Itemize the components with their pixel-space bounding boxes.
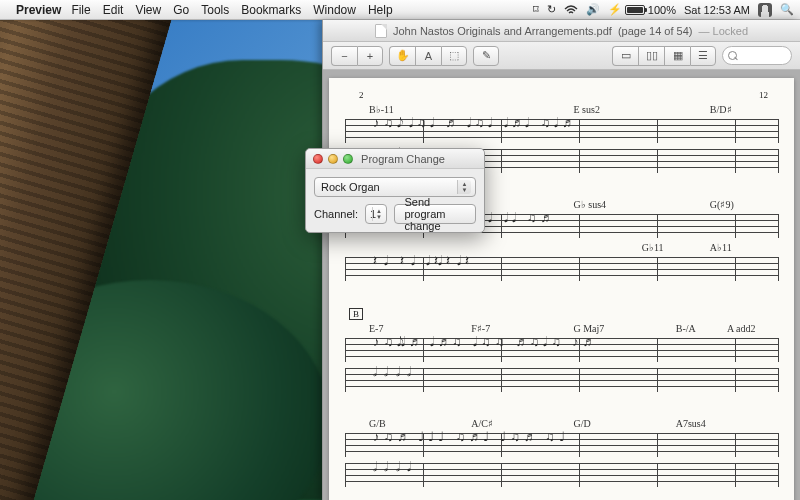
toolbar: − + ✋ A ⬚ ✎ ▭ ▯▯ ▦ ☰ xyxy=(323,42,800,70)
rect-select-button[interactable]: ⬚ xyxy=(441,46,467,66)
search-input[interactable] xyxy=(722,46,792,65)
zoom-in-button[interactable]: + xyxy=(357,46,383,66)
battery-pct: 100% xyxy=(648,4,676,16)
window-titlebar[interactable]: John Nastos Originals and Arrangements.p… xyxy=(323,20,800,42)
sync-icon[interactable]: ↻ xyxy=(547,3,556,16)
chord-row: G♭11A♭11 xyxy=(369,242,778,253)
pdf-page: 2 12 B♭-11E sus2B/D♯♪♫𝅘𝅥𝅮 ♩♫♩ ♬ ♩♫♩ ♩♬♩ … xyxy=(329,78,794,500)
menubar: Preview File Edit View Go Tools Bookmark… xyxy=(0,0,800,20)
chevron-updown-icon: ▲▼ xyxy=(457,180,471,194)
menu-edit[interactable]: Edit xyxy=(103,3,124,17)
volume-icon[interactable]: 🔊 xyxy=(586,3,600,16)
view-single-button[interactable]: ▭ xyxy=(612,46,638,66)
bass-staff: 𝅗𝅥 𝅗𝅥 𝅗𝅥 𝅗𝅥 xyxy=(345,366,778,392)
treble-staff: ♪♫𝅘𝅥𝅮 ♩♫♩ ♬ ♩♫♩ ♩♬♩ ♫♩♬ xyxy=(345,117,778,143)
grand-staff-system: G/BA/C♯G/DA7sus4♪♫♬ ♩♩♩ ♫♬♩ ♩♫♬ ♫♩𝅗𝅥 𝅗𝅥 … xyxy=(345,418,778,487)
menu-help[interactable]: Help xyxy=(368,3,393,17)
spotlight-icon[interactable]: 🔍 xyxy=(780,3,794,16)
user-avatar[interactable] xyxy=(758,3,772,17)
channel-stepper[interactable]: 1 ▲▼ xyxy=(365,204,387,224)
menu-view[interactable]: View xyxy=(135,3,161,17)
preview-window: John Nastos Originals and Arrangements.p… xyxy=(322,20,800,500)
instrument-value: Rock Organ xyxy=(321,181,380,193)
chord-row: G/BA/C♯G/DA7sus4 xyxy=(369,418,778,429)
page-counter: (page 14 of 54) xyxy=(618,25,693,37)
chevron-updown-icon: ▲▼ xyxy=(372,207,384,221)
pdf-icon xyxy=(375,24,387,38)
document-title: John Nastos Originals and Arrangements.p… xyxy=(393,25,612,37)
send-button-label: Send program change xyxy=(404,196,466,232)
wifi-icon[interactable] xyxy=(564,5,578,15)
menu-bookmarks[interactable]: Bookmarks xyxy=(241,3,301,17)
bar-number: 2 xyxy=(359,90,364,100)
hand-tool-button[interactable]: ✋ xyxy=(389,46,415,66)
chord-row: B♭-11E sus2B/D♯ xyxy=(369,104,778,115)
instrument-select[interactable]: Rock Organ ▲▼ xyxy=(314,177,476,197)
clock[interactable]: Sat 12:53 AM xyxy=(684,4,750,16)
rehearsal-mark: B xyxy=(349,308,363,320)
dialog-titlebar[interactable]: Program Change xyxy=(306,149,484,169)
bar-number: 12 xyxy=(759,90,768,100)
dropbox-icon[interactable]: ⌑ xyxy=(533,3,539,16)
view-facing-button[interactable]: ▯▯ xyxy=(638,46,664,66)
menu-file[interactable]: File xyxy=(71,3,90,17)
menu-window[interactable]: Window xyxy=(313,3,356,17)
treble-staff: ♪♫𝅘𝅥𝅮♩♬ ♩♬♫ ♩♫♫ ♬♫♩♫ ♪♬ xyxy=(345,336,778,362)
view-contact-button[interactable]: ▦ xyxy=(664,46,690,66)
menubar-status: ⌑ ↻ 🔊 ⚡ 100% Sat 12:53 AM 🔍 xyxy=(533,3,794,17)
view-thumbs-button[interactable]: ☰ xyxy=(690,46,716,66)
channel-label: Channel: xyxy=(314,208,358,220)
battery-status[interactable]: ⚡ 100% xyxy=(608,3,676,16)
text-select-button[interactable]: A xyxy=(415,46,441,66)
menu-go[interactable]: Go xyxy=(173,3,189,17)
zoom-out-button[interactable]: − xyxy=(331,46,357,66)
bass-staff: 𝄽 ♩ 𝄽 ♩ ♩𝄽♩𝄽 ♩𝄽 xyxy=(345,255,778,281)
send-program-change-button[interactable]: Send program change xyxy=(394,204,476,224)
document-viewport[interactable]: 2 12 B♭-11E sus2B/D♯♪♫𝅘𝅥𝅮 ♩♫♩ ♬ ♩♫♩ ♩♬♩ … xyxy=(323,70,800,500)
treble-staff: ♪♫♬ ♩♩♩ ♫♬♩ ♩♫♬ ♫♩ xyxy=(345,431,778,457)
charging-icon: ⚡ xyxy=(608,3,622,16)
annotate-button[interactable]: ✎ xyxy=(473,46,499,66)
locked-label: — Locked xyxy=(699,25,749,37)
menu-tools[interactable]: Tools xyxy=(201,3,229,17)
chord-row: E-7F♯-7G Maj7B-/AA add2 xyxy=(369,323,778,334)
program-change-window: Program Change Rock Organ ▲▼ Channel: 1 … xyxy=(305,148,485,233)
bass-staff: 𝅗𝅥 𝅗𝅥 𝅗𝅥 ♩ xyxy=(345,461,778,487)
app-menu[interactable]: Preview xyxy=(16,3,61,17)
grand-staff-system: BE-7F♯-7G Maj7B-/AA add2♪♫𝅘𝅥𝅮♩♬ ♩♬♫ ♩♫♫ … xyxy=(345,307,778,392)
dialog-title: Program Change xyxy=(322,153,484,165)
